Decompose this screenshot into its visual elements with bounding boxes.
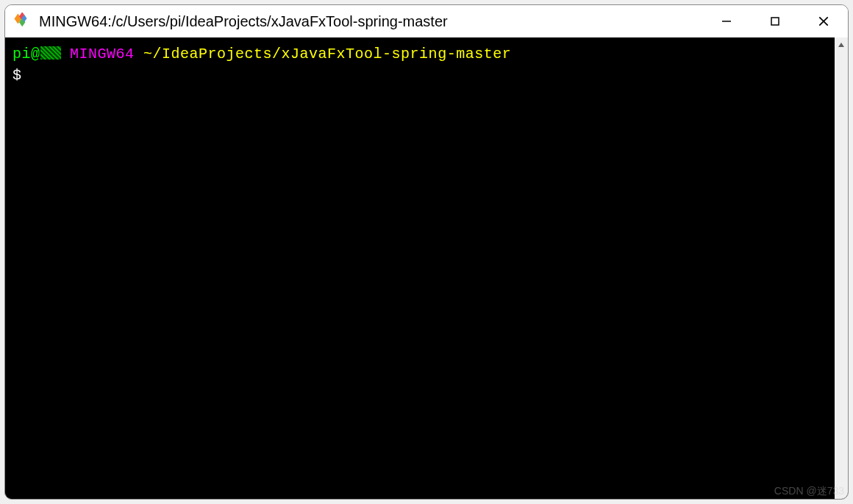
prompt-user: pi <box>13 46 31 62</box>
scroll-up-arrow-icon[interactable] <box>835 39 848 51</box>
prompt-env: MINGW64 <box>61 46 144 62</box>
minimize-button[interactable] <box>702 5 751 37</box>
terminal-window: MINGW64:/c/Users/pi/IdeaProjects/xJavaFx… <box>4 4 849 500</box>
titlebar[interactable]: MINGW64:/c/Users/pi/IdeaProjects/xJavaFx… <box>5 5 848 37</box>
maximize-button[interactable] <box>751 5 799 37</box>
close-button[interactable] <box>799 5 848 37</box>
prompt-at: @ <box>31 46 40 62</box>
prompt-symbol: $ <box>13 67 22 84</box>
window-controls <box>702 5 848 37</box>
window-title: MINGW64:/c/Users/pi/IdeaProjects/xJavaFx… <box>39 13 702 30</box>
scrollbar[interactable] <box>835 37 848 499</box>
app-icon <box>14 12 32 30</box>
terminal-content[interactable]: pi@ MINGW64 ~/IdeaProjects/xJavaFxTool-s… <box>5 37 835 499</box>
svg-marker-8 <box>838 43 844 47</box>
prompt-path: ~/IdeaProjects/xJavaFxTool-spring-master <box>143 46 511 62</box>
prompt-host-obscured <box>40 46 61 60</box>
svg-rect-5 <box>771 18 779 25</box>
terminal-area: pi@ MINGW64 ~/IdeaProjects/xJavaFxTool-s… <box>5 37 848 499</box>
